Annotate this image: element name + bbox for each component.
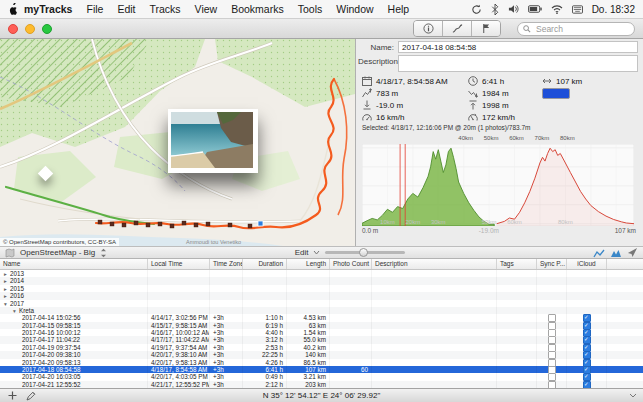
column-header-photo-count[interactable]: Photo Count — [330, 259, 372, 269]
icloud-checkbox[interactable] — [583, 322, 591, 329]
map-source-dropdown[interactable]: OpenStreetMap - Big — [20, 248, 95, 257]
battery-icon[interactable] — [528, 5, 542, 13]
column-header-tags[interactable]: Tags — [497, 259, 537, 269]
menu-window[interactable]: Window — [336, 3, 373, 15]
icloud-checkbox[interactable] — [583, 351, 591, 358]
group-row-2015[interactable]: ▸2015 — [0, 285, 643, 292]
track-row[interactable]: 2017-04-20 09:58:134/20/17, 9:58:13 AM+3… — [0, 359, 643, 366]
stat-avg-speed: 16 km/h — [362, 112, 404, 122]
icloud-checkbox[interactable] — [583, 366, 591, 373]
sync-checkbox[interactable] — [548, 314, 556, 321]
cell-tz — [210, 307, 243, 314]
add-track-button[interactable] — [6, 390, 18, 401]
track-row[interactable]: 2017-04-16 10:00:124/16/17, 10:00:12 AM+… — [0, 329, 643, 336]
sync-checkbox[interactable] — [548, 366, 556, 373]
slider-knob[interactable] — [359, 248, 368, 257]
menu-view[interactable]: View — [195, 3, 218, 15]
group-row-2017[interactable]: ▾2017 — [0, 300, 643, 307]
menu-tools[interactable]: Tools — [298, 3, 323, 15]
column-header-icloud[interactable]: iCloud — [567, 259, 607, 269]
mountains-button[interactable] — [610, 248, 622, 258]
sync-checkbox[interactable] — [548, 381, 556, 388]
column-header-length[interactable]: Length — [287, 259, 330, 269]
menu-clock[interactable]: Do. 18:32 — [592, 4, 635, 15]
popup-chevrons-icon[interactable] — [100, 248, 107, 258]
flag-button[interactable] — [472, 21, 500, 36]
minimize-button[interactable] — [25, 24, 35, 34]
location-arrow-button[interactable] — [627, 247, 638, 258]
stat-max-altitude: 1998 m — [468, 100, 509, 110]
column-header-duration[interactable]: Duration — [243, 259, 287, 269]
coordinate-format-dropdown[interactable] — [629, 393, 637, 398]
clock-icon — [468, 76, 478, 86]
sync-checkbox[interactable] — [548, 336, 556, 343]
icloud-checkbox[interactable] — [583, 359, 591, 366]
icloud-checkbox[interactable] — [583, 381, 591, 388]
selected-photo-marker[interactable] — [258, 221, 263, 226]
track-row[interactable]: 2017-04-14 15:02:564/14/17, 3:02:56 PM+3… — [0, 314, 643, 321]
column-header-name[interactable]: Name — [0, 259, 148, 269]
track-row[interactable]: 2017-04-17 11:04:224/17/17, 11:04:22 AM+… — [0, 336, 643, 343]
sync-checkbox[interactable] — [548, 329, 556, 336]
cell-description — [372, 300, 497, 307]
name-field[interactable]: 2017-04-18 08:54:58 — [398, 41, 638, 53]
track-row[interactable]: 2017-04-21 12:55:524/21/17, 12:55:52 PM+… — [0, 381, 643, 388]
track-row[interactable]: 2017-04-20 16:03:054/20/17, 4:03:05 PM+3… — [0, 373, 643, 380]
menu-edit[interactable]: Edit — [117, 3, 135, 15]
close-button[interactable] — [8, 24, 18, 34]
menu-bookmarks[interactable]: Bookmarks — [231, 3, 284, 15]
search-input[interactable] — [534, 23, 628, 35]
zoom-button[interactable] — [42, 24, 52, 34]
cell-description — [372, 322, 497, 329]
info-button[interactable] — [414, 21, 443, 36]
column-header-local-time[interactable]: Local Time — [148, 259, 210, 269]
column-header-description[interactable]: Description — [372, 259, 497, 269]
menu-file[interactable]: File — [86, 3, 103, 15]
edit-mode-dropdown[interactable]: Edit — [295, 248, 309, 257]
group-row-2013[interactable]: ▸2013 — [0, 270, 643, 277]
icloud-checkbox[interactable] — [583, 373, 591, 380]
sync-checkbox[interactable] — [548, 351, 556, 358]
track-color-well[interactable] — [542, 88, 570, 99]
sync-checkbox[interactable] — [548, 322, 556, 329]
icloud-checkbox[interactable] — [583, 344, 591, 351]
track-row[interactable]: 2017-04-15 09:58:154/15/17, 9:58:15 AM+3… — [0, 322, 643, 329]
distance-icon — [542, 76, 552, 86]
icloud-checkbox[interactable] — [583, 336, 591, 343]
sync-icon[interactable] — [471, 4, 482, 15]
sync-checkbox[interactable] — [548, 359, 556, 366]
cell-length: 40.2 km — [287, 344, 330, 351]
menu-help[interactable]: Help — [388, 3, 410, 15]
description-field[interactable] — [398, 55, 638, 72]
group-row-kreta[interactable]: ▾Kreta — [0, 307, 643, 314]
icloud-checkbox[interactable] — [583, 329, 591, 336]
row-name: 2017-04-20 09:58:13 — [22, 359, 80, 366]
wifi-icon[interactable] — [551, 5, 563, 14]
bluetooth-icon[interactable] — [491, 4, 499, 15]
track-row[interactable]: 2017-04-19 09:37:544/19/17, 9:37:54 AM+3… — [0, 344, 643, 351]
route-button[interactable] — [443, 21, 472, 36]
edit-track-button[interactable] — [25, 390, 37, 401]
map-zoom-slider[interactable] — [325, 251, 405, 254]
app-menu-mytracks[interactable]: myTracks — [24, 3, 72, 15]
sync-checkbox[interactable] — [548, 373, 556, 380]
cell-duration: 4:40 h — [243, 329, 287, 336]
photo-callout[interactable] — [168, 109, 258, 173]
track-row[interactable]: 2017-04-20 09:38:104/20/17, 9:38:10 AM+3… — [0, 351, 643, 358]
cell-name: 2017-04-20 09:38:10 — [0, 351, 148, 358]
profile-chart-button[interactable] — [593, 248, 605, 258]
icloud-checkbox[interactable] — [583, 314, 591, 321]
chart-plot-area[interactable]: 10km20km30km50km60km80km — [362, 144, 634, 226]
group-row-2014[interactable]: ▸2014 — [0, 277, 643, 284]
group-row-2016[interactable]: ▸2016 — [0, 292, 643, 299]
sync-checkbox[interactable] — [548, 344, 556, 351]
column-header-sync-p-[interactable]: Sync P... — [537, 259, 567, 269]
apple-menu-icon[interactable] — [8, 3, 18, 15]
map-attribution[interactable]: © OpenStreetMap contributors, CC-BY-SA — [0, 238, 119, 246]
keyboard-input-icon[interactable] — [572, 5, 583, 14]
menu-tracks[interactable]: Tracks — [149, 3, 180, 15]
cell-local_time: 4/20/17, 4:03:05 PM — [148, 373, 210, 380]
volume-icon[interactable] — [508, 4, 519, 14]
column-header-time-zone[interactable]: Time Zone — [210, 259, 243, 269]
track-row[interactable]: 2017-04-18 08:54:584/18/17, 8:54:58 AM+3… — [0, 366, 643, 373]
